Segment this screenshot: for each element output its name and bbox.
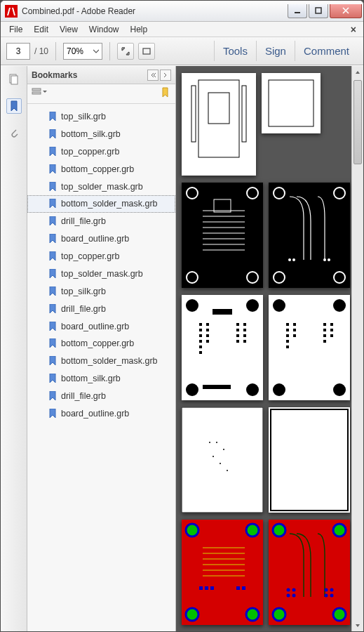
svg-rect-13 bbox=[264, 75, 318, 131]
bookmarks-title: Bookmarks bbox=[32, 70, 77, 80]
minimize-button[interactable] bbox=[288, 4, 307, 18]
scroll-down-button[interactable] bbox=[352, 619, 363, 631]
bookmark-item[interactable]: drill_file.grb bbox=[27, 213, 175, 230]
maximize-button[interactable] bbox=[309, 4, 328, 18]
svg-rect-66 bbox=[293, 329, 296, 331]
content-body: Bookmarks top_silk.grbbottom_silk.grbtop… bbox=[1, 65, 363, 631]
page-thumbnail[interactable] bbox=[269, 295, 350, 400]
svg-point-86 bbox=[246, 524, 259, 536]
svg-point-28 bbox=[323, 258, 326, 261]
scroll-up-button[interactable] bbox=[352, 66, 363, 78]
bookmark-item[interactable]: bottom_solder_mask.grb bbox=[27, 195, 175, 213]
bookmarks-toolbar bbox=[27, 84, 175, 104]
bookmark-label: bottom_silk.grb bbox=[61, 373, 121, 385]
toolbar-separator bbox=[55, 42, 56, 60]
bookmark-label: board_outline.grb bbox=[61, 233, 129, 245]
fit-page-button[interactable] bbox=[117, 43, 134, 60]
bookmark-item[interactable]: top_copper.grb bbox=[27, 248, 175, 265]
menu-view[interactable]: View bbox=[54, 23, 83, 36]
svg-point-85 bbox=[186, 524, 198, 536]
read-mode-button[interactable] bbox=[138, 43, 155, 60]
menu-window[interactable]: Window bbox=[83, 23, 125, 36]
svg-point-80 bbox=[220, 463, 221, 464]
svg-rect-64 bbox=[286, 345, 289, 348]
bookmark-item[interactable]: top_silk.grb bbox=[27, 283, 175, 301]
menu-edit[interactable]: Edit bbox=[28, 23, 54, 36]
page-thumbnail[interactable] bbox=[269, 520, 350, 625]
tab-tools[interactable]: Tools bbox=[214, 41, 256, 61]
svg-point-95 bbox=[273, 524, 285, 536]
window-title: Combined.pdf - Adobe Reader bbox=[22, 6, 288, 16]
svg-point-100 bbox=[287, 594, 290, 598]
svg-point-31 bbox=[186, 299, 198, 312]
bookmark-item[interactable]: board_outline.grb bbox=[27, 405, 175, 423]
svg-rect-37 bbox=[199, 329, 202, 331]
svg-rect-1 bbox=[295, 12, 300, 13]
current-page-input[interactable]: 3 bbox=[6, 43, 30, 60]
svg-point-104 bbox=[325, 594, 328, 598]
window-controls bbox=[288, 4, 362, 18]
svg-rect-3 bbox=[143, 48, 150, 54]
page-thumbnail[interactable] bbox=[182, 73, 256, 176]
bookmarks-list[interactable]: top_silk.grbbottom_silk.grbtop_copper.gr… bbox=[27, 104, 175, 631]
menu-file[interactable]: File bbox=[4, 23, 28, 36]
close-button[interactable] bbox=[330, 4, 362, 18]
page-thumbnail[interactable] bbox=[269, 183, 350, 288]
svg-rect-7 bbox=[32, 92, 41, 94]
bookmark-item[interactable]: bottom_silk.grb bbox=[27, 126, 175, 143]
page-thumbnail[interactable] bbox=[182, 295, 263, 400]
zoom-value: 70% bbox=[67, 46, 83, 56]
svg-point-34 bbox=[246, 383, 259, 396]
svg-rect-63 bbox=[286, 340, 289, 343]
expand-panel-button[interactable] bbox=[160, 70, 171, 81]
bookmarks-icon[interactable] bbox=[6, 98, 22, 114]
bookmark-item[interactable]: drill_file.grb bbox=[27, 301, 175, 318]
page-thumbnail[interactable] bbox=[182, 520, 263, 625]
close-doc-button[interactable]: × bbox=[346, 24, 360, 35]
bookmark-item[interactable]: top_solder_mask.grb bbox=[27, 265, 175, 283]
bookmark-item[interactable]: board_outline.grb bbox=[27, 318, 175, 336]
bookmark-item[interactable]: top_solder_mask.grb bbox=[27, 178, 175, 196]
document-area[interactable] bbox=[176, 66, 363, 631]
vertical-scrollbar[interactable] bbox=[351, 66, 363, 631]
bookmark-item[interactable]: bottom_silk.grb bbox=[27, 370, 175, 388]
bookmark-label: board_outline.grb bbox=[61, 408, 129, 420]
bookmark-item[interactable]: bottom_solder_mask.grb bbox=[27, 353, 175, 370]
svg-rect-40 bbox=[199, 345, 202, 348]
bookmark-item[interactable]: drill_file.grb bbox=[27, 388, 175, 405]
svg-point-98 bbox=[333, 608, 346, 621]
scrollbar-thumb[interactable] bbox=[353, 80, 362, 164]
zoom-dropdown[interactable]: 70% bbox=[63, 43, 102, 60]
bookmark-label: bottom_solder_mask.grb bbox=[61, 355, 158, 367]
bookmark-label: top_silk.grb bbox=[61, 111, 106, 123]
svg-rect-42 bbox=[206, 323, 209, 326]
thumbnails-icon[interactable] bbox=[6, 72, 22, 87]
tab-comment[interactable]: Comment bbox=[295, 41, 358, 61]
attachments-icon[interactable] bbox=[6, 125, 22, 140]
bookmark-item[interactable]: board_outline.grb bbox=[27, 230, 175, 248]
tab-sign[interactable]: Sign bbox=[256, 41, 295, 61]
toolbar-separator bbox=[109, 42, 110, 60]
svg-rect-46 bbox=[236, 323, 239, 326]
bookmark-item[interactable]: bottom_copper.grb bbox=[27, 335, 175, 353]
menu-help[interactable]: Help bbox=[125, 23, 154, 36]
svg-rect-43 bbox=[206, 329, 209, 331]
collapse-panel-button[interactable] bbox=[147, 70, 159, 81]
svg-rect-8 bbox=[184, 76, 253, 173]
page-thumbnail[interactable] bbox=[182, 183, 263, 288]
page-thumbnail[interactable] bbox=[182, 407, 263, 513]
page-thumbnail[interactable] bbox=[269, 407, 350, 513]
new-bookmark-button[interactable] bbox=[160, 87, 171, 101]
bookmark-item[interactable]: bottom_copper.grb bbox=[27, 161, 175, 178]
svg-rect-49 bbox=[236, 340, 239, 343]
page-thumbnail[interactable] bbox=[262, 73, 321, 133]
svg-rect-50 bbox=[243, 323, 246, 326]
svg-rect-35 bbox=[213, 309, 232, 315]
titlebar[interactable]: Combined.pdf - Adobe Reader bbox=[1, 1, 363, 22]
bookmark-label: top_silk.grb bbox=[61, 286, 106, 298]
bookmark-item[interactable]: top_copper.grb bbox=[27, 143, 175, 161]
bookmark-item[interactable]: top_silk.grb bbox=[27, 108, 175, 126]
bookmark-options-button[interactable] bbox=[32, 87, 47, 101]
chevron-down-icon bbox=[93, 46, 99, 56]
svg-rect-92 bbox=[236, 586, 240, 590]
